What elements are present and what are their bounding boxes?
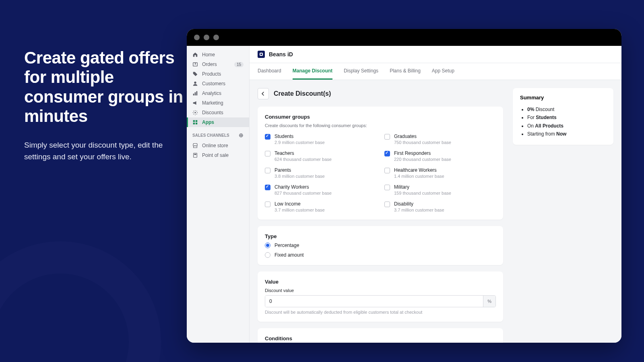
summary-title: Summary	[520, 95, 606, 101]
group-desc: 827 thousand customer base	[275, 191, 332, 195]
channel-item-online-store[interactable]: Online store	[187, 141, 249, 150]
discount-value-input-group: %	[265, 295, 496, 307]
app-header: Beans iD	[250, 46, 621, 63]
app-name: Beans iD	[269, 51, 293, 58]
percent-suffix: %	[483, 296, 495, 307]
sidebar-item-apps[interactable]: Apps	[187, 117, 249, 127]
app-body: HomeOrders15ProductsCustomersAnalyticsMa…	[187, 46, 621, 343]
page-title-row: Create Discount(s)	[258, 88, 503, 99]
group-desc: 220 thousand customer base	[394, 157, 451, 162]
radio-fixed-amount[interactable]: Fixed amount	[265, 252, 496, 258]
tabs: DashboardManage DiscountDisplay Settings…	[250, 63, 621, 80]
group-info: Teachers624 thousand customer base	[275, 150, 332, 162]
svg-rect-2	[193, 94, 194, 95]
page: Create Discount(s) Consumer groups Creat…	[250, 80, 621, 343]
checkbox[interactable]	[384, 134, 390, 140]
checkbox[interactable]	[384, 168, 390, 173]
mega-icon	[192, 100, 198, 106]
checkbox[interactable]	[265, 185, 270, 190]
group-desc: 159 thousand customer base	[394, 191, 451, 195]
radio-percentage[interactable]: Percentage	[265, 243, 496, 248]
group-graduates: Graduates750 thousand customer base	[384, 134, 496, 145]
back-button[interactable]	[258, 88, 269, 99]
groups-grid: Students2.9 million customer baseGraduat…	[265, 134, 496, 212]
value-card: Value Discount value % Discount will be …	[258, 272, 503, 322]
group-info: Parents3.8 million customer base	[275, 167, 325, 179]
checkbox[interactable]	[384, 202, 390, 207]
svg-rect-7	[196, 120, 197, 122]
sidebar-item-orders[interactable]: Orders15	[187, 60, 249, 69]
minimize-dot[interactable]	[204, 35, 209, 40]
maximize-dot[interactable]	[213, 35, 219, 40]
conditions-title: Conditions	[265, 335, 496, 341]
group-teachers: Teachers624 thousand customer base	[265, 150, 376, 162]
gear-icon	[192, 110, 198, 115]
groups-subtext: Create discounts for the following consu…	[265, 123, 496, 128]
group-info: Charity Workers827 thousand customer bas…	[275, 184, 332, 195]
group-desc: 2.9 million customer base	[275, 140, 325, 145]
hero-headline: Create gated offers for multiple consume…	[24, 48, 185, 126]
tab-app-setup[interactable]: App Setup	[432, 63, 454, 80]
sidebar-item-label: Products	[202, 71, 244, 77]
group-info: Students2.9 million customer base	[275, 134, 325, 145]
checkbox[interactable]	[265, 202, 270, 207]
checkbox[interactable]	[265, 134, 270, 140]
sidebar-item-products[interactable]: Products	[187, 69, 249, 79]
store-icon	[192, 143, 198, 148]
sidebar-item-discounts[interactable]: Discounts	[187, 108, 249, 117]
page-title: Create Discount(s)	[274, 90, 331, 97]
tab-plans-billing[interactable]: Plans & Billing	[390, 63, 421, 80]
svg-rect-3	[195, 92, 196, 95]
checkbox[interactable]	[265, 168, 270, 173]
value-help-text: Discount will be automatically deducted …	[265, 310, 496, 315]
group-name: Military	[394, 184, 451, 190]
hero: Create gated offers for multiple consume…	[24, 48, 185, 162]
radio-label: Fixed amount	[275, 252, 304, 258]
badge: 15	[234, 62, 244, 67]
group-name: Healthcare Workers	[394, 167, 444, 173]
radio-icon	[265, 252, 270, 258]
group-charity-workers: Charity Workers827 thousand customer bas…	[265, 184, 376, 195]
sidebar-item-label: Discounts	[202, 110, 244, 115]
sidebar: HomeOrders15ProductsCustomersAnalyticsMa…	[187, 46, 250, 343]
group-name: Graduates	[394, 134, 451, 139]
group-parents: Parents3.8 million customer base	[265, 167, 376, 179]
group-info: Disability3.7 million customer base	[394, 201, 444, 212]
add-channel-icon[interactable]: ⊕	[239, 132, 244, 138]
tab-manage-discount[interactable]: Manage Discount	[293, 63, 332, 80]
group-name: Students	[275, 134, 325, 139]
group-info: Healthcare Workers1.4 million customer b…	[394, 167, 444, 179]
group-desc: 624 thousand customer base	[275, 157, 332, 162]
tab-display-settings[interactable]: Display Settings	[344, 63, 378, 80]
sidebar-item-customers[interactable]: Customers	[187, 79, 249, 88]
checkbox[interactable]	[384, 185, 390, 190]
svg-rect-11	[194, 154, 196, 155]
checkbox[interactable]	[265, 151, 270, 156]
sidebar-item-home[interactable]: Home	[187, 50, 249, 60]
summary-on: On All Products	[527, 122, 606, 130]
sidebar-item-label: Orders	[202, 62, 230, 67]
close-dot[interactable]	[194, 35, 200, 40]
sales-channels-header: SALES CHANNELS ⊕	[187, 127, 249, 141]
sidebar-item-label: Home	[202, 52, 244, 58]
sidebar-item-label: Customers	[202, 81, 244, 86]
inbox-icon	[192, 62, 198, 67]
person-icon	[192, 81, 198, 86]
groups-title: Consumer groups	[265, 114, 496, 120]
type-title: Type	[265, 233, 496, 239]
tab-dashboard[interactable]: Dashboard	[258, 63, 281, 80]
discount-value-input[interactable]	[265, 296, 483, 307]
window-titlebar	[187, 29, 621, 46]
channel-item-point-of-sale[interactable]: Point of sale	[187, 150, 249, 160]
group-desc: 1.4 million customer base	[394, 174, 444, 179]
svg-point-5	[194, 112, 196, 113]
sidebar-item-marketing[interactable]: Marketing	[187, 98, 249, 108]
content-area: Beans iD DashboardManage DiscountDisplay…	[250, 46, 621, 343]
summary-discount: 0% Discount	[527, 105, 606, 113]
sidebar-item-analytics[interactable]: Analytics	[187, 88, 249, 98]
group-desc: 750 thousand customer base	[394, 140, 451, 145]
checkbox[interactable]	[384, 151, 390, 156]
svg-rect-6	[193, 120, 195, 122]
app-logo-icon	[258, 51, 265, 58]
summary-card: Summary 0% Discount For Students On All …	[513, 88, 613, 145]
